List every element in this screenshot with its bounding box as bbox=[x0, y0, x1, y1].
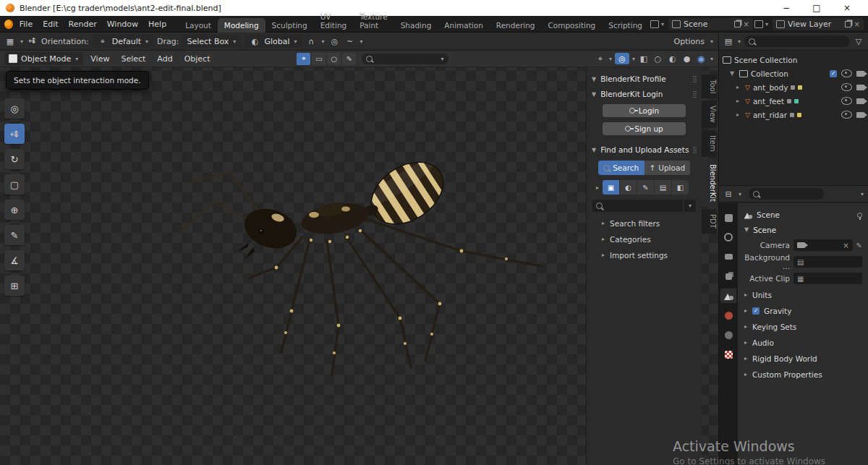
scene-collection-row[interactable]: Scene Collection bbox=[719, 53, 868, 67]
viewport-3d[interactable]: Object Mode ▾ View Select Add Object ⌖ ▭… bbox=[0, 51, 718, 465]
asset-search-input[interactable] bbox=[592, 200, 683, 212]
expand-icon[interactable]: ▸ bbox=[736, 111, 742, 118]
rotate-tool-button[interactable]: ↻ bbox=[4, 149, 25, 169]
find-upload-assets-header[interactable]: ▼ Find and Upload Assets ⣿ bbox=[591, 144, 697, 155]
pin-icon[interactable] bbox=[857, 213, 862, 218]
expand-icon[interactable]: ▸ bbox=[596, 184, 599, 191]
hide-eye-icon[interactable] bbox=[841, 69, 852, 77]
add-cube-tool-button[interactable]: ⊞ bbox=[4, 276, 25, 296]
sidebar-tab-tool[interactable]: Tool bbox=[702, 74, 717, 98]
menu-window[interactable]: Window bbox=[102, 18, 143, 30]
expand-icon[interactable]: ▸ bbox=[736, 98, 742, 104]
viewport-search-field[interactable]: ▾ bbox=[362, 54, 448, 64]
audio-section[interactable]: ▸ Audio bbox=[744, 336, 862, 349]
search-history-dropdown[interactable]: ▾ bbox=[684, 200, 696, 212]
drag-dropdown[interactable]: Select Box ▾ bbox=[182, 35, 241, 48]
menu-view[interactable]: View bbox=[86, 53, 114, 65]
scene-section-header[interactable]: ▼ Scene bbox=[744, 223, 862, 236]
sidebar-tab-pdt[interactable]: PDT bbox=[702, 209, 717, 234]
minimize-button[interactable]: − bbox=[771, 0, 801, 16]
close-button[interactable]: × bbox=[832, 0, 862, 16]
login-button[interactable]: Login bbox=[603, 104, 686, 117]
drag-handle-icon[interactable]: ⣿ bbox=[692, 146, 697, 153]
move-tool-button[interactable] bbox=[4, 124, 25, 144]
gizmo-toggle-icon[interactable]: ⌖ bbox=[595, 53, 606, 64]
tab-sculpting[interactable]: Sculpting bbox=[265, 18, 314, 33]
new-view-layer-icon[interactable] bbox=[845, 21, 851, 27]
xray-toggle-icon[interactable]: ◧ bbox=[638, 53, 650, 64]
transform-tool-button[interactable]: ⊕ bbox=[4, 200, 25, 220]
drag-handle-icon[interactable]: ⣿ bbox=[692, 90, 697, 98]
lasso-select-button[interactable]: ✎ bbox=[342, 53, 356, 65]
object-row-ant-body[interactable]: ▸ ▽ ant_body bbox=[719, 80, 868, 94]
menu-select[interactable]: Select bbox=[116, 53, 150, 65]
shading-rendered-button[interactable]: ◉ bbox=[695, 54, 707, 64]
object-row-ant-feet[interactable]: ▸ ▽ ant_feet bbox=[719, 94, 868, 108]
rigid-body-world-section[interactable]: ▸ Rigid Body World bbox=[744, 351, 862, 365]
annotate-tool-button[interactable]: ✎ bbox=[4, 225, 25, 245]
eyedropper-icon[interactable]: ✎ bbox=[856, 242, 862, 249]
render-visibility-icon[interactable] bbox=[856, 98, 864, 104]
orientation-dropdown[interactable]: ⌖ Default ▾ bbox=[93, 35, 153, 48]
mode-dropdown[interactable]: Object Mode ▾ bbox=[4, 52, 83, 65]
sidebar-tab-item[interactable]: Item bbox=[702, 130, 717, 157]
sidebar-tab-view[interactable]: View bbox=[702, 101, 717, 128]
upload-tab[interactable]: ↑ Upload bbox=[644, 161, 691, 175]
texture-properties-tab[interactable] bbox=[720, 347, 736, 362]
menu-edit[interactable]: Edit bbox=[38, 18, 63, 30]
outliner-search-field[interactable] bbox=[744, 35, 850, 47]
hide-eye-icon[interactable] bbox=[841, 83, 852, 91]
collection-checkbox[interactable]: ✓ bbox=[830, 70, 837, 77]
blenderkit-profile-header[interactable]: ▼ BlenderKit Profile ⣿ bbox=[591, 73, 697, 85]
categories-row[interactable]: ▸ Categories bbox=[591, 233, 697, 245]
hide-eye-icon[interactable] bbox=[841, 111, 852, 119]
unlink-scene-icon[interactable]: × bbox=[744, 20, 749, 28]
asset-type-brush-button[interactable]: ✎ bbox=[637, 180, 654, 195]
import-settings-row[interactable]: ▸ Import settings bbox=[591, 249, 697, 261]
overlays-toggle-icon[interactable]: ◎ bbox=[615, 53, 629, 64]
shading-material-button[interactable]: ● bbox=[681, 54, 693, 64]
transform-space-dropdown[interactable]: ◐ Global ▾ bbox=[244, 35, 302, 48]
menu-render[interactable]: Render bbox=[64, 18, 102, 30]
gravity-checkbox[interactable]: ✓ bbox=[752, 307, 760, 315]
view-layer-properties-tab[interactable] bbox=[720, 269, 736, 283]
maximize-button[interactable]: □ bbox=[801, 0, 832, 16]
snap-magnet-icon[interactable]: ∩ bbox=[305, 35, 317, 47]
outliner-filter-icon[interactable]: ▽ bbox=[853, 35, 864, 47]
asset-type-hdr-button[interactable]: ◧ bbox=[672, 180, 689, 195]
menu-file[interactable]: File bbox=[14, 18, 38, 30]
measure-tool-button[interactable]: ∡ bbox=[4, 250, 25, 270]
cursor-tool-button[interactable]: ◎ bbox=[4, 98, 25, 119]
search-filters-row[interactable]: ▸ Search filters bbox=[591, 217, 697, 229]
properties-search-field[interactable] bbox=[749, 188, 824, 200]
menu-object[interactable]: Object bbox=[180, 53, 215, 65]
view-layer-browse-icon[interactable] bbox=[753, 18, 765, 30]
search-tab[interactable]: Search bbox=[598, 161, 644, 175]
camera-field[interactable]: × bbox=[793, 239, 853, 251]
tab-layout[interactable]: Layout bbox=[179, 18, 218, 33]
tab-compositing[interactable]: Compositing bbox=[541, 18, 602, 33]
active-clip-field[interactable]: ▦ bbox=[793, 273, 862, 284]
tab-modeling[interactable]: Modeling bbox=[218, 18, 265, 33]
menu-help[interactable]: Help bbox=[143, 18, 171, 30]
shading-solid-button[interactable]: ◐ bbox=[666, 54, 678, 64]
properties-editor-icon[interactable]: ⊟ bbox=[723, 188, 734, 200]
editor-type-icon[interactable]: ▦ bbox=[4, 35, 16, 47]
tweak-select-button[interactable]: ⌖ bbox=[297, 53, 310, 65]
asset-type-scene-button[interactable]: ▤ bbox=[655, 180, 671, 195]
tab-uv-editing[interactable]: UV Editing bbox=[314, 9, 354, 33]
scene-selector[interactable]: Scene × bbox=[668, 18, 753, 30]
clear-icon[interactable]: × bbox=[843, 242, 848, 249]
menu-add[interactable]: Add bbox=[153, 53, 176, 65]
keying-sets-section[interactable]: ▸ Keying Sets bbox=[744, 320, 862, 333]
tab-shading[interactable]: Shading bbox=[394, 18, 438, 33]
gravity-section[interactable]: ▸ ✓ Gravity bbox=[744, 304, 862, 317]
asset-type-model-button[interactable]: ▣ bbox=[603, 180, 619, 195]
render-visibility-icon[interactable] bbox=[856, 85, 864, 90]
blender-menu-icon[interactable] bbox=[4, 20, 13, 29]
tool-properties-tab[interactable] bbox=[720, 210, 736, 225]
world-properties-tab[interactable] bbox=[720, 308, 736, 323]
new-scene-icon[interactable] bbox=[734, 21, 741, 27]
render-visibility-icon[interactable] bbox=[856, 71, 864, 77]
collection-row[interactable]: ▼ Collection ✓ bbox=[719, 67, 868, 80]
